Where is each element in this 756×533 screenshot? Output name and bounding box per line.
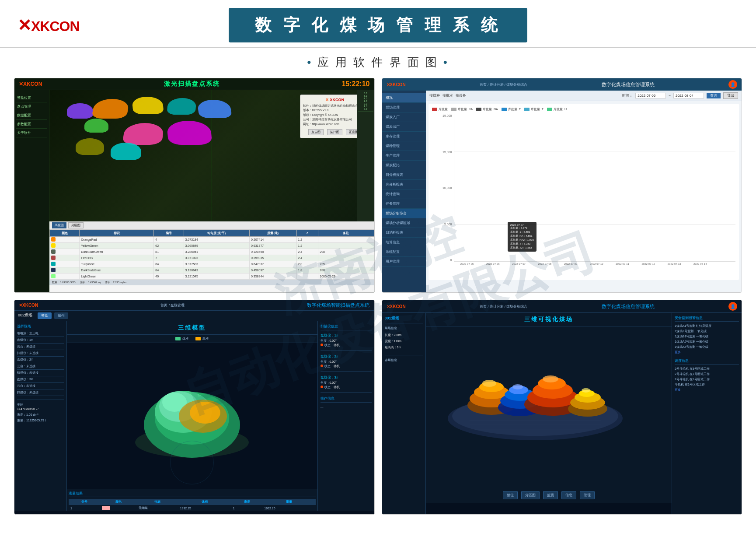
ss3-scan-2: 扫描仪：未选接 [17,370,64,376]
ss3-breadcrumb: 首页 / 盘煤管理 [160,303,185,308]
ss2-date-to[interactable] [673,93,704,98]
ss2-sidebar-settle[interactable]: 结算信息 [382,238,426,247]
ss1-logo: ✕XKCON [19,81,42,87]
ss2-sidebar-coalyard[interactable]: 煤场管理 [382,103,426,112]
ss1-th-v1: 均匀度(克/平) [184,230,249,236]
ss3-right-title: 扫描仪信息 [321,324,372,330]
ss2-sidebar-coaltype[interactable]: 煤种管理 [382,141,426,151]
ss1-th-color: 颜色 [50,230,80,236]
legend-item-2: 库批量_NA [451,107,473,112]
th-num: 分号 [69,499,100,505]
ss3-scan-3: 扫描仪：未选接 [17,389,64,396]
ss3-scanner-1: 盘煤仪：1# [17,337,64,344]
ss4-op-2: 2号斗轮机 在1号区域工作 [675,372,739,377]
ss4-btn-overview[interactable]: 整位 [503,491,518,499]
ss2-sidebar-coal-out[interactable]: 煤炭出厂 [382,122,426,132]
ss1-th-num: 编号 [154,230,184,236]
chart-grid-lines [454,114,736,261]
ss4-btn-manage[interactable]: 管理 [580,491,595,499]
svg-point-29 [582,388,590,393]
ss3-op-title: 操作信息 [321,396,372,403]
color-swatch [51,243,56,248]
ss3-right-panel: 扫描仪信息 盘煤仪：1# 角度：0.00° 状态：待机 盘煤仪：2# 角度：0.… [317,321,374,511]
ss2-x-axis: 2022-07-05 2022-07-06 2022-07-07 2022-07… [432,262,736,265]
ss2-date-from[interactable] [635,93,666,98]
ss2-sidebar-analysis[interactable]: 煤场分析综合 [382,209,426,218]
ss2-chart-canvas: 2022-07-07 库批量：7,779 库批量_1：5,801 库批量_NA：… [454,114,736,262]
ss4-op-more[interactable]: 更多 [675,387,739,393]
ss1-sidebar-item-1[interactable]: 整盘位置 [16,94,47,102]
ss2-avatar: 👤 [728,80,737,89]
ss1-tab-sector[interactable]: 分区图 [68,222,84,228]
color-swatch [51,256,56,260]
ss2-sidebar-daily[interactable]: 日分析报表 [382,170,426,180]
title-box: 数 字 化 煤 场 管 理 系 统 [229,8,527,42]
ss3-pan-2: 云台：未选接 [17,363,64,370]
ss1-sidebar-item-3[interactable]: 数据配置 [16,111,47,120]
ss1-th-v3: Z [296,230,318,236]
ss3-stat-volume: 密度：1.05 dm³ [17,413,64,417]
ss2-export-button[interactable]: 导出 [723,92,738,99]
ss4-safety-more[interactable]: 更多 [675,350,739,355]
color-swatch [51,237,56,242]
ss2-sidebar-blend[interactable]: 煤炭配比 [382,161,426,170]
th-indicator: 指标 [137,499,178,505]
legend-item-3: 库批量_NA [476,107,498,112]
chart-tooltip: 2022-07-07 库批量：7,779 库批量_1：5,801 库批量_NA：… [508,222,537,252]
ss2-sidebar-stats[interactable]: 统计查询 [382,189,426,199]
ss2-query-button[interactable]: 查询 [707,93,721,98]
ss1-th-v2: 质量(吨) [249,230,296,236]
ss2-sidebar-sysconfig[interactable]: 系统配置 [382,247,426,257]
ss4-avatar: 👤 [728,302,737,311]
ss4-btn-zone[interactable]: 分区图 [521,491,540,499]
ss3-model-legend: 煤堆 高堆 [67,335,317,343]
ss1-tab-height[interactable]: 高度图 [52,222,66,228]
ss2-sidebar-zone[interactable]: 煤场分析煤区域 [382,218,426,228]
table-row: YellowGreen623.0658490.6317771.2 [50,242,374,249]
ss3-legend-high: 高堆 [195,337,209,341]
ss1-sidebar-item-2[interactable]: 盘点管理 [16,102,47,111]
ss1-sidebar-item-4[interactable]: 参数配置 [16,120,47,129]
th-weight: 重量 [262,499,315,505]
ss4-center-title: 三维可视化煤场 [426,313,672,326]
ss4-safety-2: 1煤场2号监测 一氧化碳 [675,329,739,334]
legend-item-5: 库批量_T [524,107,543,112]
ss3-tab-scan[interactable]: 整盘 [38,312,52,319]
ss4-coal-store-title: 存煤信息 [385,358,423,362]
subtitle-dot-left: • [307,56,313,69]
table-row: FireBrick73.0710230.2599352.4 [50,255,374,261]
ss2-sidebar-coal-in[interactable]: 煤炭入厂 [382,112,426,122]
ss1-btn-point[interactable]: 点云图 [308,129,324,135]
ss3-3d-view [67,343,317,489]
ss3-legend-coal: 煤堆 [175,337,188,341]
legend-color-5 [524,108,530,111]
ss4-btn-info[interactable]: 信息 [561,491,576,499]
table-row: OrangeRed43.0731840.2074141.2 [50,236,374,242]
main-title: 数 字 化 煤 场 管 理 系 统 [255,16,501,34]
ss1-btn-topo[interactable]: 拓扑图 [327,129,342,135]
ss4-btn-monitor[interactable]: 监测 [543,491,558,499]
ss1-sidebar-item-5[interactable]: 关于软件 [16,129,47,137]
ss4-safety-title: 安全监测报警信息 [675,316,739,322]
ss2-legend: 库批量 库批量_NA 库批量_NA 库批量_T 库批量_T 库批量_U [432,107,736,112]
logo: ✕XKCON [17,16,80,35]
status-indicator-3 [321,386,323,388]
ss2-sidebar-consume[interactable]: 日消耗报表 [382,228,426,238]
ss1-th-name: 标识 [80,230,154,236]
th-volume: 休积 [178,499,231,505]
table-row: LightGreen403.2215450.3588441086-05-29 [50,273,374,279]
ss2-sidebar-production[interactable]: 生产管理 [382,151,426,161]
svg-point-19 [512,384,523,389]
ss3-center-panel: 三维模型 煤堆 高堆 [67,321,317,511]
legend-color-1 [432,108,437,111]
ss3-tab-operation[interactable]: 操作 [54,312,68,319]
ss2-sidebar-inventory[interactable]: 库存管理 [382,132,426,141]
ss1-header: ✕XKCON 激光扫描盘点系统 15:22:10 [14,78,374,90]
ss3-scanner-2: 盘煤仪：2# [17,357,64,363]
ss2-sidebar-user[interactable]: 用户管理 [382,257,426,266]
ss4-safety-3: 1煤场B1号监测 一氧化碳 [675,334,739,339]
ss2-sidebar-task[interactable]: 任务管理 [382,199,426,209]
color-swatch [51,262,56,266]
ss2-sidebar-overview[interactable]: 概况 [382,93,426,103]
ss2-sidebar-monthly[interactable]: 月分析报表 [382,180,426,189]
